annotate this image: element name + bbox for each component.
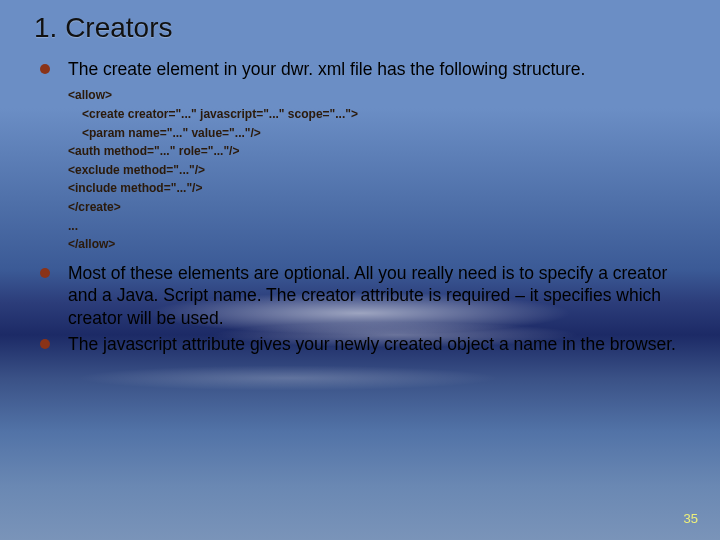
code-line-5: <exclude method="..."/>	[68, 161, 690, 180]
code-line-3: <param name="..." value="..."/>	[68, 124, 690, 143]
bullet-item-2: Most of these elements are optional. All…	[40, 262, 690, 329]
code-line-9: </allow>	[68, 235, 690, 254]
slide: 1. Creators The create element in your d…	[0, 0, 720, 540]
code-block: <allow> <create creator="..." javascript…	[68, 86, 690, 253]
bullet-item-3: The javascript attribute gives your newl…	[40, 333, 690, 355]
bullet-3-text: The javascript attribute gives your newl…	[68, 333, 690, 355]
code-line-6: <include method="..."/>	[68, 179, 690, 198]
code-line-4: <auth method="..." role="..."/>	[68, 142, 690, 161]
bullet-list: The create element in your dwr. xml file…	[40, 58, 690, 355]
code-line-2: <create creator="..." javascript="..." s…	[68, 105, 690, 124]
code-line-1: <allow>	[68, 86, 690, 105]
page-number: 35	[684, 511, 698, 526]
code-line-8: ...	[68, 217, 690, 236]
bullet-1-text: The create element in your dwr. xml file…	[68, 58, 690, 80]
bullet-2-text: Most of these elements are optional. All…	[68, 262, 690, 329]
code-line-7: </create>	[68, 198, 690, 217]
slide-title: 1. Creators	[34, 12, 690, 44]
bullet-item-1: The create element in your dwr. xml file…	[40, 58, 690, 254]
